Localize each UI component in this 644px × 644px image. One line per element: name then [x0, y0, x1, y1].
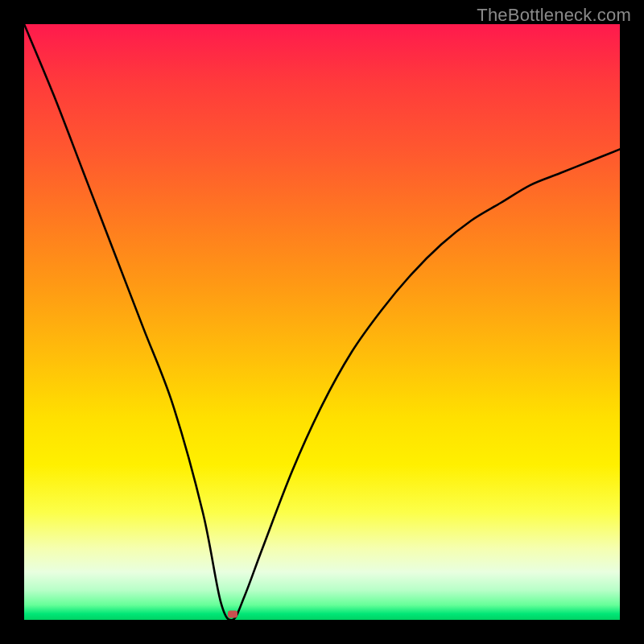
optimal-marker: [228, 610, 237, 617]
plot-area: [24, 24, 620, 620]
watermark-text: TheBottleneck.com: [477, 5, 631, 26]
curve-svg: [24, 24, 620, 620]
chart-frame: TheBottleneck.com: [0, 0, 644, 644]
bottleneck-curve: [24, 24, 620, 620]
